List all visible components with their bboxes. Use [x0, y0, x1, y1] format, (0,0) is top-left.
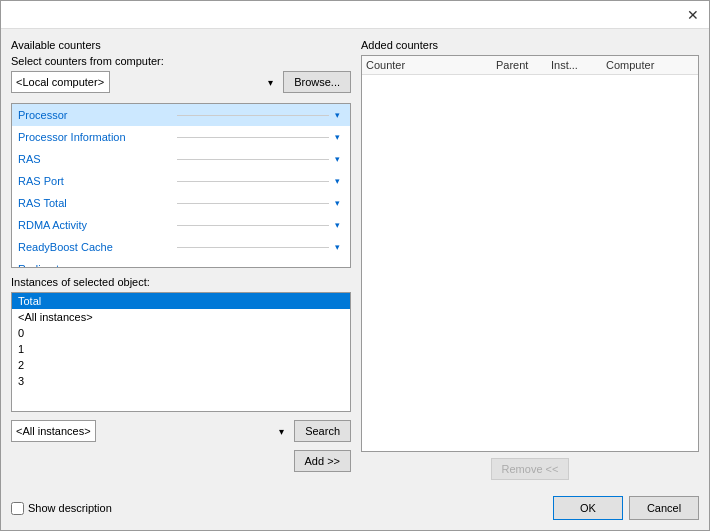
title-bar: ✕ [1, 1, 709, 29]
counter-item[interactable]: ReadyBoost Cache ▾ [12, 236, 350, 258]
counter-item[interactable]: RAS ▾ [12, 148, 350, 170]
col-header-counter: Counter [366, 59, 496, 71]
counter-item[interactable]: RAS Port ▾ [12, 170, 350, 192]
table-body [362, 75, 698, 451]
browse-button[interactable]: Browse... [283, 71, 351, 93]
instances-select-wrapper: <All instances> [11, 420, 288, 442]
counter-item[interactable]: Processor Information ▾ [12, 126, 350, 148]
show-description-label: Show description [28, 502, 112, 514]
ok-button[interactable]: OK [553, 496, 623, 520]
instances-list[interactable]: Total<All instances>0123 [11, 292, 351, 412]
show-description-row: Show description [11, 502, 112, 515]
main-content: Available counters Select counters from … [1, 29, 709, 490]
instance-item[interactable]: 3 [12, 373, 350, 389]
computer-row: <Local computer> Browse... [11, 71, 351, 93]
footer-buttons: OK Cancel [553, 496, 699, 520]
dialog: ✕ Available counters Select counters fro… [0, 0, 710, 531]
counter-item[interactable]: Processor ▾ [12, 104, 350, 126]
cancel-button[interactable]: Cancel [629, 496, 699, 520]
select-computer-label: Select counters from computer: [11, 55, 351, 67]
instance-item[interactable]: Total [12, 293, 350, 309]
added-counters-table: Counter Parent Inst... Computer [361, 55, 699, 452]
computer-select[interactable]: <Local computer> [11, 71, 110, 93]
instances-label: Instances of selected object: [11, 276, 351, 288]
remove-btn-row: Remove << [361, 458, 699, 480]
col-header-computer: Computer [606, 59, 694, 71]
footer: Show description OK Cancel [1, 490, 709, 530]
add-row: Add >> [11, 450, 351, 472]
right-panel: Added counters Counter Parent Inst... Co… [361, 39, 699, 480]
instance-item[interactable]: 0 [12, 325, 350, 341]
counter-item[interactable]: RDMA Activity ▾ [12, 214, 350, 236]
instance-item[interactable]: 1 [12, 341, 350, 357]
bottom-row: <All instances> Search [11, 420, 351, 442]
remove-button[interactable]: Remove << [491, 458, 570, 480]
table-header: Counter Parent Inst... Computer [362, 56, 698, 75]
show-description-checkbox[interactable] [11, 502, 24, 515]
added-counters-label: Added counters [361, 39, 699, 51]
left-panel: Available counters Select counters from … [11, 39, 351, 480]
search-button[interactable]: Search [294, 420, 351, 442]
instance-item[interactable]: <All instances> [12, 309, 350, 325]
counter-item[interactable]: Redirector ▾ [12, 258, 350, 268]
add-button[interactable]: Add >> [294, 450, 351, 472]
available-counters-label: Available counters [11, 39, 351, 51]
instances-select[interactable]: <All instances> [11, 420, 96, 442]
counter-item[interactable]: RAS Total ▾ [12, 192, 350, 214]
computer-select-wrapper: <Local computer> [11, 71, 277, 93]
col-header-inst: Inst... [551, 59, 606, 71]
counters-list[interactable]: Processor ▾ Processor Information ▾ RAS … [11, 103, 351, 268]
col-header-parent: Parent [496, 59, 551, 71]
instance-item[interactable]: 2 [12, 357, 350, 373]
close-button[interactable]: ✕ [683, 5, 703, 25]
